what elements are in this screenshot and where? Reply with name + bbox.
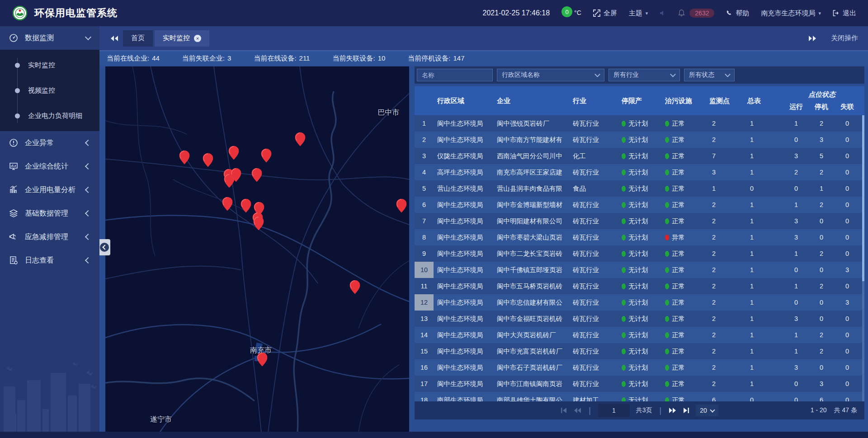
table-row[interactable]: 4高坪生态环境局南充市高坪区王家店建砖瓦行业无计划正常31220 (415, 164, 864, 180)
stop-plan-label: 无计划 (628, 168, 648, 177)
table-scrollbar[interactable] (862, 115, 864, 401)
bullet-icon (15, 63, 20, 68)
close-operations-button[interactable]: 关闭操作 (831, 34, 858, 42)
table-row[interactable]: 10阆中生态环境局阆中千佛镇五郎垭页岩砖瓦行业无计划正常21003 (415, 262, 864, 278)
cell-facility-status: 正常 (661, 148, 706, 164)
cell-stopped: 3 (809, 132, 834, 148)
page-size-select[interactable]: 20 (696, 405, 718, 416)
cell-industry: 砖瓦行业 (569, 245, 618, 262)
scrollbar-thumb[interactable] (862, 115, 864, 281)
fullscreen-button[interactable]: 全屏 (593, 9, 617, 18)
table-row[interactable]: 5营山生态环境局营山县润丰肉食品有限食品无计划正常10010 (415, 180, 864, 197)
map-pin-9[interactable] (222, 197, 233, 211)
sidebar-subitem-2[interactable]: 企业电力负荷明细 (0, 103, 99, 128)
page-number-input[interactable] (598, 404, 630, 417)
map-pin-2[interactable] (228, 146, 239, 160)
status-dot (622, 349, 626, 354)
sidebar-item-3[interactable]: 企业用电量分析 (0, 178, 99, 202)
notification-count-badge[interactable]: 2632 (689, 9, 714, 18)
table-row[interactable]: 18南部生态环境局南部县雄华土陶有限公建材加工无计划正常60060 (415, 392, 864, 401)
cell-run: 3 (783, 213, 809, 229)
map-pin-8[interactable] (252, 168, 262, 182)
table-row[interactable]: 15阆中生态环境局阆中市光富页岩机砖厂砖瓦行业无计划正常21120 (415, 343, 864, 359)
sidebar-item-0[interactable]: 数据监测 (0, 26, 99, 50)
table-row[interactable]: 17阆中生态环境局阆中市江南镇阆南页岩砖瓦行业无计划正常21030 (415, 376, 864, 392)
cell-lost: 0 (834, 311, 860, 327)
cell-run: 0 (783, 180, 809, 197)
col-header-0: 行政区域 (434, 86, 493, 115)
industry-filter-select[interactable]: 所有行业 (609, 69, 680, 81)
table-row[interactable]: 9阆中生态环境局阆中市二龙长宝页岩砖砖瓦行业无计划正常21120 (415, 245, 864, 262)
table-row[interactable]: 8阆中生态环境局阆中市枣碧大梁山页岩砖瓦行业无计划异常21300 (415, 229, 864, 245)
group-subheaders: 运行停机失联 (783, 103, 860, 111)
sidebar-menu: 数据监测实时监控视频监控企业电力负荷明细企业异常企业综合统计企业用电量分析基础数… (0, 26, 99, 272)
tabs-scroll-left-button[interactable] (110, 35, 118, 42)
table-row[interactable]: 14阆中生态环境局阆中大兴页岩机砖厂砖瓦行业无计划正常21120 (415, 327, 864, 343)
table-row[interactable]: 6阆中生态环境局阆中市金博瑞新型墙材砖瓦行业无计划正常21120 (415, 197, 864, 213)
table-row[interactable]: 13阆中生态环境局阆中市金福旺页岩机砖砖瓦行业无计划正常21300 (415, 311, 864, 327)
notifications-button[interactable] (678, 9, 685, 17)
sidebar-item-6[interactable]: 日志查看 (0, 249, 99, 272)
table-row[interactable]: 2阆中生态环境局阆中市南方节能建材有砖瓦行业无计划正常21030 (415, 132, 864, 148)
tab-0[interactable]: 首页 (123, 30, 153, 47)
region-filter-select[interactable]: 行政区域名称 (497, 69, 604, 81)
cell-meter: 1 (744, 262, 783, 278)
org-dropdown[interactable]: 南充市生态环境局 ▾ (761, 9, 821, 18)
tab-1[interactable]: 实时监控× (155, 30, 209, 47)
map-pin-10[interactable] (241, 198, 251, 212)
logout-button[interactable]: 退出 (833, 9, 856, 18)
table-row[interactable]: 1阆中生态环境局阆中强锐页岩砖厂砖瓦行业无计划正常21120 (415, 115, 864, 132)
table-row[interactable]: 12阆中生态环境局阆中市忠信建材有限公砖瓦行业无计划正常21003 (415, 294, 864, 311)
map-panel[interactable]: 巴中市南充市遂宁市 (105, 66, 409, 432)
sidebar-subitem-0[interactable]: 实时监控 (0, 52, 99, 78)
map-pin-14[interactable] (396, 198, 406, 212)
tabs-scroll-right-button[interactable] (808, 35, 816, 42)
chevron-down-icon (670, 71, 676, 77)
prev-page-button[interactable] (574, 407, 581, 414)
next-page-button[interactable] (669, 407, 676, 414)
status-filter-select[interactable]: 所有状态 (684, 69, 735, 81)
sidebar-item-5[interactable]: 应急减排管理 (0, 225, 99, 249)
cell-meter: 1 (744, 229, 783, 245)
panel-collapse-handle[interactable] (98, 239, 110, 255)
last-page-button[interactable] (683, 407, 689, 414)
map-pin-1[interactable] (203, 153, 213, 167)
map-pin-16[interactable] (257, 352, 268, 366)
name-filter-input[interactable] (417, 69, 493, 81)
map-pin-4[interactable] (295, 132, 306, 146)
map-pin-0[interactable] (179, 151, 189, 165)
stop-plan-label: 无计划 (628, 315, 648, 323)
sidebar-item-2[interactable]: 企业综合统计 (0, 155, 99, 178)
mute-button[interactable] (660, 10, 666, 16)
map-pin-15[interactable] (349, 280, 360, 294)
cell-points: 2 (706, 213, 744, 229)
top-header: 环保用电监管系统 2021-02-25 17:46:18 0 °C 全屏 主题 … (0, 0, 868, 26)
sidebar-item-1[interactable]: 企业异常 (0, 131, 99, 155)
pagination-bar: | 共3页 | 20 1 - 20 (415, 401, 864, 419)
sidebar-item-label: 数据监测 (25, 33, 54, 43)
stop-plan-label: 无计划 (628, 266, 648, 274)
pagination-summary: 1 - 20 共 47 条 (811, 406, 857, 414)
help-button[interactable]: 帮助 (726, 9, 749, 18)
map-pin-13[interactable] (254, 216, 264, 230)
close-icon[interactable]: × (194, 35, 201, 42)
datetime-label: 2021-02-25 17:46:18 (482, 9, 550, 17)
sidebar-subitem-1[interactable]: 视频监控 (0, 78, 99, 103)
status-dot (665, 332, 669, 338)
theme-dropdown[interactable]: 主题 ▾ (629, 9, 648, 18)
table-row[interactable]: 7阆中生态环境局阆中明阳建材有限公司砖瓦行业无计划正常21300 (415, 213, 864, 229)
speaker-icon (660, 10, 666, 16)
table-row[interactable]: 16阆中生态环境局阆中市石子页岩机砖厂砖瓦行业无计划正常21300 (415, 359, 864, 376)
table-row[interactable]: 11阆中生态环境局阆中市五马桥页岩机砖砖瓦行业无计划正常21120 (415, 278, 864, 294)
status-dot (665, 300, 669, 306)
cell-lost: 0 (834, 164, 860, 180)
map-pin-7[interactable] (224, 174, 235, 188)
sidebar-item-4[interactable]: 基础数据管理 (0, 202, 99, 225)
map-pin-3[interactable] (261, 149, 272, 163)
cell-region: 阆中生态环境局 (434, 327, 493, 343)
table-row[interactable]: 3仪陇生态环境局西南油气田分公司川中化工无计划正常71350 (415, 148, 864, 164)
cell-meter: 1 (744, 148, 783, 164)
help-label: 帮助 (736, 9, 749, 18)
cell-run: 1 (783, 327, 809, 343)
first-page-button[interactable] (561, 407, 567, 414)
